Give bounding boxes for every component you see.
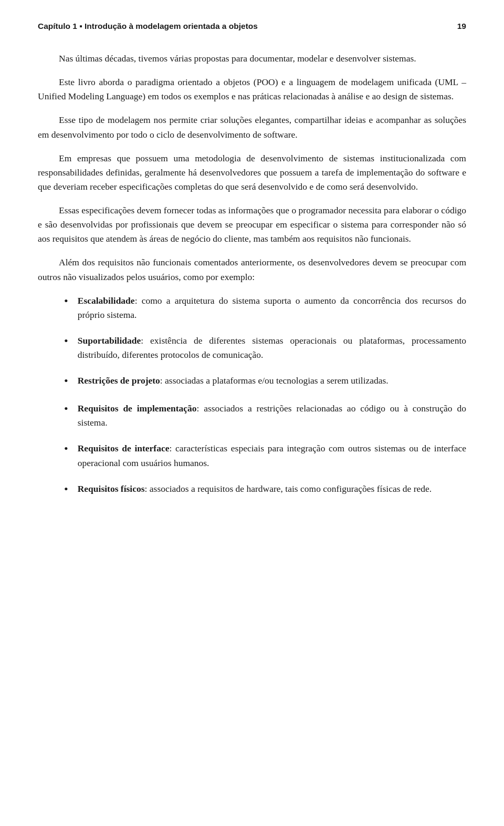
bullet-term-5: Requisitos de interface	[78, 443, 170, 453]
bullet-icon: •	[64, 292, 68, 310]
paragraph-3: Esse tipo de modelagem nos permite criar…	[38, 113, 466, 141]
bullet-term-2: Suportabilidade	[78, 335, 141, 346]
bullet-text-4: Requisitos de implementação: associados …	[78, 401, 466, 430]
bullet-rest-6: : associados a requisitos de hardware, t…	[145, 483, 432, 494]
bullet-term-3: Restrições de projeto	[78, 375, 160, 386]
list-item: • Restrições de projeto: associadas a pl…	[64, 374, 466, 390]
bullet-icon: •	[64, 332, 68, 350]
page-number: 19	[457, 20, 466, 33]
bullet-text-2: Suportabilidade: existência de diferente…	[78, 334, 466, 362]
list-item: • Requisitos físicos: associados a requi…	[64, 482, 466, 498]
list-item: • Requisitos de implementação: associado…	[64, 401, 466, 430]
list-item: • Requisitos de interface: característic…	[64, 441, 466, 470]
bullet-rest-3: : associadas a plataformas e/ou tecnolog…	[160, 375, 388, 386]
bullet-icon: •	[64, 400, 68, 418]
bullet-term-4: Requisitos de implementação	[78, 403, 197, 414]
bullet-term-6: Requisitos físicos	[78, 483, 145, 494]
bullet-text-3: Restrições de projeto: associadas a plat…	[78, 374, 466, 388]
paragraph-2: Este livro aborda o paradigma orientado …	[38, 75, 466, 104]
bullet-icon: •	[64, 372, 68, 390]
chapter-title: Capítulo 1 ▪ Introdução à modelagem orie…	[38, 20, 258, 33]
bullet-term-1: Escalabilidade	[78, 295, 135, 306]
paragraph-4: Em empresas que possuem uma metodologia …	[38, 151, 466, 194]
page-content: Nas últimas décadas, tivemos várias prop…	[38, 51, 466, 498]
paragraph-5: Essas especificações devem fornecer toda…	[38, 203, 466, 246]
bullet-icon: •	[64, 440, 68, 458]
page: Capítulo 1 ▪ Introdução à modelagem orie…	[0, 0, 504, 826]
list-item: • Escalabilidade: como a arquitetura do …	[64, 294, 466, 322]
bullet-list: • Escalabilidade: como a arquitetura do …	[64, 294, 466, 498]
bullet-text-1: Escalabilidade: como a arquitetura do si…	[78, 294, 466, 322]
bullet-rest-1: : como a arquitetura do sistema suporta …	[78, 295, 466, 320]
list-item: • Suportabilidade: existência de diferen…	[64, 334, 466, 362]
paragraph-6: Além dos requisitos não funcionais comen…	[38, 255, 466, 284]
paragraph-1: Nas últimas décadas, tivemos várias prop…	[38, 51, 466, 66]
bullet-icon: •	[64, 480, 68, 498]
bullet-text-6: Requisitos físicos: associados a requisi…	[78, 482, 466, 496]
bullet-text-5: Requisitos de interface: características…	[78, 441, 466, 470]
page-header: Capítulo 1 ▪ Introdução à modelagem orie…	[38, 20, 466, 33]
